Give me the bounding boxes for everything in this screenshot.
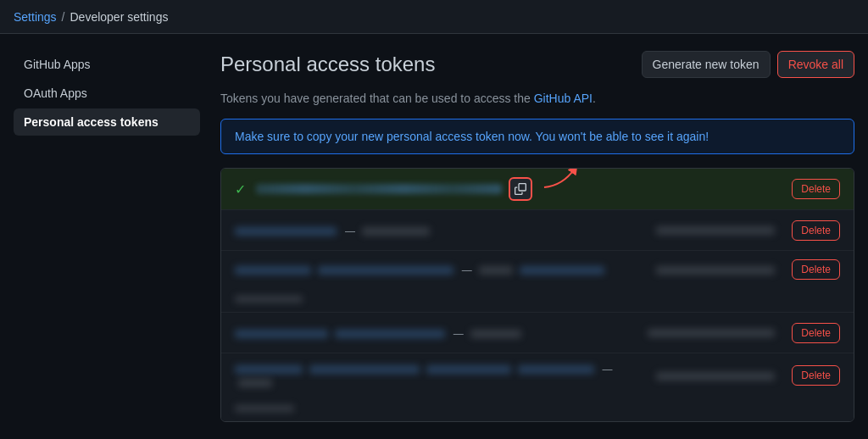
token-row: ✓ xyxy=(221,169,854,210)
main-layout: GitHub Apps OAuth Apps Personal access t… xyxy=(0,34,868,439)
delete-token-4-button[interactable]: Delete xyxy=(792,323,840,343)
delete-token-3-button[interactable]: Delete xyxy=(792,259,840,280)
sidebar: GitHub Apps OAuth Apps Personal access t… xyxy=(14,51,200,422)
token-name xyxy=(235,365,303,374)
token-name xyxy=(235,266,311,275)
token-separator: — xyxy=(345,225,355,237)
token-expiry xyxy=(656,266,775,275)
token-row: — Delete xyxy=(221,210,854,251)
token-info-right xyxy=(656,370,775,381)
token-name-2 xyxy=(335,330,445,338)
settings-link[interactable]: Settings xyxy=(14,10,57,24)
token-name-blurred xyxy=(256,184,502,194)
tokens-list: ✓ xyxy=(220,168,854,422)
token-separator: — xyxy=(453,328,464,340)
revoke-all-button[interactable]: Revoke all xyxy=(777,51,854,78)
token-info-right xyxy=(648,327,775,339)
token-name-3 xyxy=(426,365,511,374)
generate-new-token-button[interactable]: Generate new token xyxy=(642,51,771,78)
token-meta xyxy=(470,330,521,338)
token-name-2 xyxy=(318,266,453,275)
description-text: Tokens you have generated that can be us… xyxy=(220,92,854,105)
token-info-left: — xyxy=(235,326,641,340)
token-info-left: — xyxy=(235,224,649,237)
arrow-indicator xyxy=(537,168,581,194)
delete-token-1-button[interactable]: Delete xyxy=(792,179,840,199)
token-row-sub xyxy=(235,399,840,413)
alert-banner: Make sure to copy your new personal acce… xyxy=(220,119,854,154)
page-header: Personal access tokens Generate new toke… xyxy=(220,51,854,78)
delete-token-2-button[interactable]: Delete xyxy=(792,220,840,241)
token-name-4 xyxy=(518,365,594,374)
token-row-sub xyxy=(235,290,840,303)
token-info-right xyxy=(656,225,775,236)
token-separator: — xyxy=(462,264,472,276)
token-sub-text xyxy=(235,296,303,303)
page-title: Personal access tokens xyxy=(220,53,435,76)
token-row: — Delete xyxy=(221,251,854,313)
token-info-right xyxy=(656,264,775,275)
delete-token-5-button[interactable]: Delete xyxy=(792,365,840,386)
sidebar-item-oauth-apps[interactable]: OAuth Apps xyxy=(14,80,200,107)
sidebar-item-github-apps[interactable]: GitHub Apps xyxy=(14,51,200,78)
description-after: . xyxy=(593,92,596,105)
token-meta xyxy=(238,379,272,387)
copy-token-button[interactable] xyxy=(509,177,532,201)
token-row: — Delete xyxy=(221,353,854,421)
token-name xyxy=(235,330,328,338)
breadcrumb: Settings / Developer settings xyxy=(14,10,168,24)
content-area: Personal access tokens Generate new toke… xyxy=(220,51,854,422)
token-row-content: — Delete xyxy=(235,362,840,389)
copy-icon xyxy=(515,183,526,195)
token-expiry xyxy=(656,226,775,235)
token-info-left: — xyxy=(235,362,649,389)
breadcrumb-current: Developer settings xyxy=(70,10,168,24)
token-row-content: — Delete xyxy=(235,259,840,280)
token-meta xyxy=(479,266,513,275)
check-icon: ✓ xyxy=(235,181,246,197)
token-meta xyxy=(362,227,430,236)
description-before: Tokens you have generated that can be us… xyxy=(220,92,534,105)
header-buttons: Generate new token Revoke all xyxy=(642,51,854,78)
alert-message: Make sure to copy your new personal acce… xyxy=(235,130,709,143)
token-expiry xyxy=(656,372,775,381)
token-name-2 xyxy=(309,365,420,374)
github-api-link[interactable]: GitHub API xyxy=(534,92,593,105)
token-name xyxy=(235,227,337,236)
token-row: — Delete xyxy=(221,313,854,353)
token-expiry xyxy=(648,329,775,337)
token-separator: — xyxy=(603,364,613,375)
token-name-3 xyxy=(520,266,604,275)
token-info-left: — xyxy=(235,263,649,276)
sidebar-item-personal-access-tokens[interactable]: Personal access tokens xyxy=(14,108,200,136)
top-nav: Settings / Developer settings xyxy=(0,0,868,34)
token-sub-text xyxy=(235,405,294,412)
breadcrumb-separator: / xyxy=(62,10,65,24)
